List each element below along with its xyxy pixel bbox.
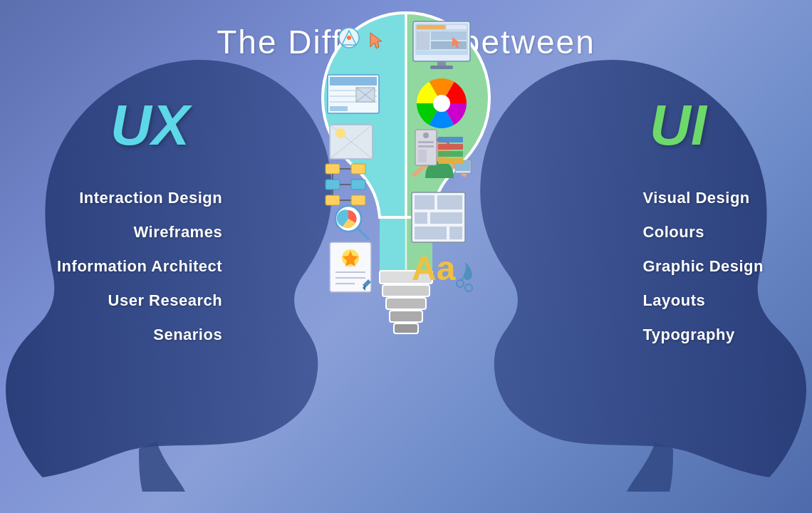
ui-item-1: Visual Design — [642, 189, 764, 207]
svg-rect-34 — [351, 195, 365, 205]
light-bulb: Aa — [285, 7, 527, 420]
ui-item-3: Graphic Design — [642, 257, 764, 276]
ux-item-3: Information Architect — [57, 257, 222, 276]
svg-text:Aa: Aa — [412, 249, 456, 287]
svg-point-70 — [465, 284, 472, 291]
svg-rect-64 — [415, 212, 427, 224]
svg-line-37 — [358, 228, 368, 239]
svg-point-69 — [457, 280, 464, 287]
ux-label: UX — [110, 93, 189, 158]
svg-rect-4 — [386, 298, 426, 309]
svg-rect-50 — [431, 31, 467, 40]
ux-item-2: Wireframes — [57, 223, 222, 242]
svg-rect-33 — [351, 180, 365, 190]
ui-item-5: Typography — [642, 326, 764, 344]
svg-point-55 — [433, 95, 450, 112]
svg-rect-25 — [326, 180, 340, 190]
ui-item-4: Layouts — [642, 291, 764, 310]
svg-rect-65 — [430, 212, 462, 224]
svg-rect-5 — [390, 311, 422, 322]
svg-rect-49 — [417, 31, 430, 50]
text-layer: UX Interaction Design Wireframes Informa… — [0, 0, 812, 513]
ux-items-list: Interaction Design Wireframes Informatio… — [57, 189, 222, 360]
svg-rect-6 — [394, 323, 418, 333]
svg-point-23 — [335, 128, 345, 138]
svg-rect-32 — [351, 164, 365, 174]
svg-rect-16 — [330, 106, 348, 111]
svg-rect-46 — [417, 25, 445, 29]
svg-rect-80 — [438, 158, 463, 164]
svg-rect-67 — [449, 227, 462, 239]
svg-rect-79 — [438, 151, 463, 157]
svg-rect-26 — [326, 195, 340, 205]
svg-rect-24 — [326, 164, 340, 174]
svg-rect-74 — [418, 141, 434, 143]
ui-item-2: Colours — [642, 223, 764, 242]
ui-label: UI — [650, 93, 707, 158]
svg-point-10 — [347, 36, 351, 40]
svg-rect-12 — [330, 77, 377, 86]
svg-rect-78 — [438, 144, 463, 150]
ux-item-1: Interaction Design — [57, 189, 222, 207]
svg-rect-47 — [447, 25, 467, 29]
svg-point-73 — [423, 133, 429, 138]
svg-rect-62 — [415, 195, 434, 209]
svg-rect-76 — [418, 150, 427, 162]
svg-rect-63 — [437, 195, 462, 209]
svg-rect-77 — [438, 137, 463, 142]
ux-item-4: User Research — [57, 291, 222, 310]
svg-rect-52 — [437, 61, 446, 66]
svg-rect-53 — [430, 66, 453, 69]
ui-items-list: Visual Design Colours Graphic Design Lay… — [642, 189, 764, 360]
ux-item-5: Senarios — [57, 326, 222, 344]
svg-rect-75 — [418, 145, 434, 147]
svg-rect-51 — [431, 41, 467, 49]
svg-rect-66 — [415, 227, 447, 239]
